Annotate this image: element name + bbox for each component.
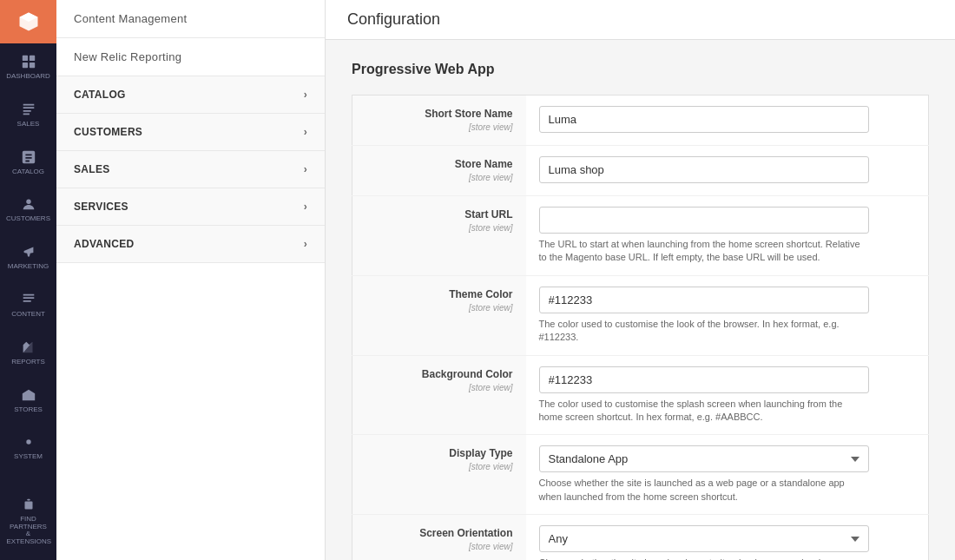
field-value-cell-short-store-name (526, 96, 929, 146)
nav-section-advanced-header[interactable]: ADVANCED › (56, 226, 325, 263)
start-url-input[interactable] (539, 207, 869, 234)
short-store-name-input[interactable] (539, 106, 869, 133)
chevron-down-icon: › (304, 126, 307, 138)
svg-rect-2 (22, 63, 27, 68)
form-area: Progressive Web App Short Store Name [st… (326, 40, 955, 560)
screen-orientation-note: Choose whether the site launches in port… (539, 557, 869, 560)
table-row: Screen Orientation [store view] Any Port… (352, 515, 929, 560)
table-row: Store Name [store view] (352, 146, 929, 196)
svg-point-4 (26, 200, 30, 204)
table-row: Short Store Name [store view] (352, 96, 929, 146)
sidebar-item-marketing[interactable]: MARKETING (0, 234, 56, 281)
nav-section-services-header[interactable]: SERVICES › (56, 188, 325, 226)
theme-color-label: Theme Color (366, 288, 513, 300)
short-store-name-scope: [store view] (469, 122, 513, 132)
nav-section-customers-header[interactable]: CUSTOMERS › (56, 114, 325, 151)
chevron-down-icon: › (304, 163, 307, 175)
field-value-cell-theme-color: The color used to customise the look of … (526, 275, 929, 355)
page-title: Configuration (347, 10, 440, 29)
display-type-scope: [store view] (469, 462, 513, 471)
bg-color-label: Background Color (366, 368, 513, 380)
sidebar-item-catalog[interactable]: CATALOG (0, 139, 56, 187)
field-value-cell-bg-color: The color used to customise the splash s… (526, 355, 929, 435)
nav-section-content: Content Management New Relic Reporting (56, 0, 325, 76)
chevron-down-icon: › (304, 238, 307, 250)
display-type-select[interactable]: Standalone App Fullscreen Minimal UI Bro… (539, 445, 869, 472)
table-row: Display Type [store view] Standalone App… (352, 435, 929, 515)
svg-rect-3 (29, 63, 34, 68)
start-url-note: The URL to start at when launching from … (539, 238, 869, 265)
sidebar-item-reports[interactable]: REPORTS (0, 329, 56, 377)
field-label-cell-display-type: Display Type [store view] (352, 435, 526, 515)
sidebar-item-sales[interactable]: SALES (0, 91, 56, 139)
screen-orientation-scope: [store view] (469, 542, 513, 551)
field-label-cell-store-name: Store Name [store view] (352, 146, 526, 196)
display-type-note: Choose whether the site is launched as a… (539, 477, 869, 504)
nav-section-new-relic-header[interactable]: New Relic Reporting (56, 38, 325, 76)
table-row: Start URL [store view] The URL to start … (352, 196, 929, 276)
nav-section-sales-header[interactable]: SALES › (56, 151, 325, 188)
chevron-down-icon: › (304, 201, 307, 213)
svg-rect-1 (29, 56, 34, 61)
svg-point-5 (26, 440, 30, 445)
display-type-label: Display Type (366, 447, 513, 459)
short-store-name-label: Short Store Name (366, 108, 513, 120)
table-row: Background Color [store view] The color … (352, 355, 929, 435)
sidebar-item-system[interactable]: SYSTEM (0, 424, 56, 471)
field-value-cell-display-type: Standalone App Fullscreen Minimal UI Bro… (526, 435, 929, 515)
field-value-cell-store-name (526, 146, 929, 196)
bg-color-scope: [store view] (469, 383, 513, 392)
field-label-cell-bg-color: Background Color [store view] (352, 355, 526, 435)
field-value-cell-screen-orientation: Any Portrait Landscape Choose whether th… (526, 515, 929, 560)
sidebar-item-stores[interactable]: STORES (0, 377, 56, 425)
icon-bar: DASHBOARD SALES CATALOG CUSTOMERS MARKET… (0, 0, 56, 560)
start-url-label: Start URL (366, 208, 513, 221)
nav-section-content-header[interactable]: Content Management (56, 0, 325, 38)
pwa-form-table: Short Store Name [store view] Store Name… (352, 95, 929, 560)
theme-color-note: The color used to customise the look of … (539, 318, 869, 345)
field-label-cell-short-store-name: Short Store Name [store view] (352, 96, 526, 146)
sidebar-item-extensions[interactable]: FIND PARTNERS & EXTENSIONS (0, 486, 56, 560)
main-content: Configuration Progressive Web App Short … (326, 0, 955, 560)
sidebar-item-content[interactable]: CONTENT (0, 281, 56, 329)
store-name-scope: [store view] (469, 173, 513, 182)
store-name-label: Store Name (366, 158, 513, 170)
theme-color-input[interactable] (539, 287, 869, 313)
theme-color-scope: [store view] (469, 303, 513, 313)
top-bar: Configuration (326, 0, 955, 40)
store-name-input[interactable] (539, 156, 869, 183)
screen-orientation-select[interactable]: Any Portrait Landscape (539, 525, 869, 552)
sidebar-item-customers[interactable]: CUSTOMERS (0, 186, 56, 234)
bg-color-input[interactable] (539, 366, 869, 393)
chevron-down-icon: › (304, 89, 307, 101)
field-label-cell-screen-orientation: Screen Orientation [store view] (352, 515, 526, 560)
field-label-cell-start-url: Start URL [store view] (352, 196, 526, 276)
nav-section-catalog-header[interactable]: CATALOG › (56, 76, 325, 114)
field-label-cell-theme-color: Theme Color [store view] (352, 275, 526, 355)
section-title: Progressive Web App (352, 62, 929, 77)
logo[interactable] (0, 0, 56, 43)
bg-color-note: The color used to customise the splash s… (539, 398, 869, 425)
svg-rect-0 (22, 56, 27, 61)
table-row: Theme Color [store view] The color used … (352, 275, 929, 355)
screen-orientation-label: Screen Orientation (366, 527, 513, 539)
field-value-cell-start-url: The URL to start at when launching from … (526, 196, 929, 276)
nav-sidebar: Content Management New Relic Reporting C… (56, 0, 326, 560)
start-url-scope: [store view] (469, 223, 513, 233)
sidebar-item-dashboard[interactable]: DASHBOARD (0, 43, 56, 91)
